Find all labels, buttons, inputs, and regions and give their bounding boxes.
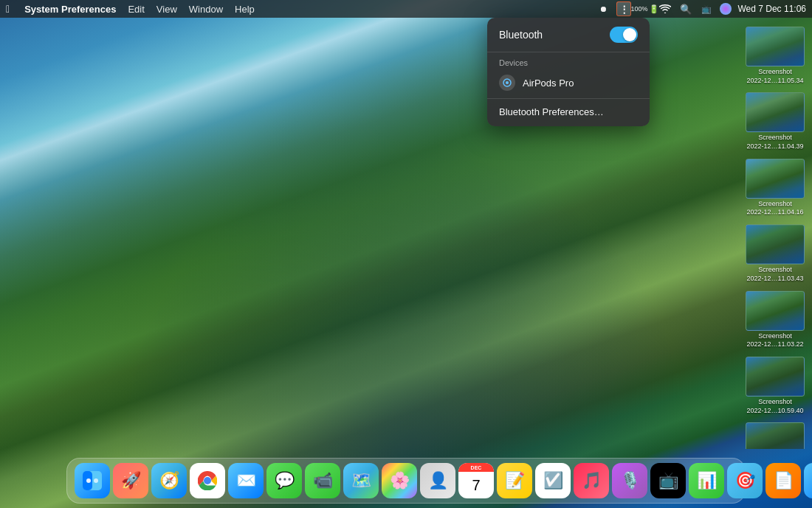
dock-app-music[interactable]: 🎵 (574, 463, 609, 498)
battery-icon[interactable]: 100% 🔋 (637, 1, 652, 16)
screenshot-thumb-2 (746, 159, 805, 199)
apple-menu[interactable]:  (6, 3, 10, 15)
screenshot-label-0: Screenshot2022-12…11.05.34 (746, 68, 803, 85)
bluetooth-header: Bluetooth (487, 27, 650, 49)
screenshot-thumb-5 (746, 357, 805, 397)
dock-app-reminders[interactable]: ☑️ (535, 463, 571, 498)
search-icon[interactable]: 🔍 (678, 1, 693, 16)
dock-app-photos[interactable]: 🌸 (382, 463, 417, 498)
screenshot-thumb-6 (746, 422, 805, 449)
screenshot-item-1[interactable]: Screenshot2022-12…11.04.39 (741, 89, 809, 154)
dock-app-notes[interactable]: 📝 (497, 463, 532, 498)
screenshot-thumb-0 (746, 27, 805, 66)
dock-app-facetime[interactable]: 📹 (305, 463, 340, 498)
menubar:  System Preferences Edit View Window He… (0, 0, 812, 18)
screenshot-label-5: Screenshot2022-12…10.59.40 (746, 398, 803, 415)
menubar-left:  System Preferences Edit View Window He… (6, 3, 596, 15)
menu-clock: Wed 7 Dec 11:06 (737, 4, 806, 14)
screenshot-label-4: Screenshot2022-12…11.03.22 (746, 332, 803, 349)
dock-app-appletv[interactable]: 📺 (650, 463, 686, 498)
dock-app-numbers[interactable]: 📊 (689, 463, 724, 498)
app-name[interactable]: System Preferences (24, 4, 116, 15)
svg-point-8 (204, 477, 211, 484)
bluetooth-toggle[interactable] (610, 27, 638, 43)
screenshot-thumb-3 (746, 224, 805, 264)
dock-app-podcasts[interactable]: 🎙️ (612, 463, 647, 498)
dock-app-maps[interactable]: 🗺️ (343, 463, 379, 498)
menu-window[interactable]: Window (189, 4, 223, 15)
menu-help[interactable]: Help (235, 4, 255, 15)
siri-icon[interactable] (720, 3, 732, 15)
screenshot-label-3: Screenshot2022-12…11.03.43 (746, 266, 803, 283)
dock-app-messages[interactable]: 💬 (266, 463, 302, 498)
bt-devices-label: Devices (487, 55, 650, 70)
dock: 🚀 🧭 ✉️ 💬 📹 (66, 458, 746, 504)
screenshot-item-6[interactable]: Screenshot2022-12…10.58.39 (741, 419, 809, 449)
bt-divider-1 (487, 52, 650, 52)
svg-point-6 (94, 478, 98, 483)
dock-app-contacts[interactable]: 👤 (420, 463, 455, 498)
dock-app-launchpad[interactable]: 🚀 (113, 463, 148, 498)
bt-device-airpods[interactable]: AirPods Pro (487, 70, 650, 95)
dock-app-pages[interactable]: 📄 (765, 463, 801, 498)
desktop-overlay (0, 18, 812, 508)
menubar-right: ⏺ ⋮ 100% 🔋 🔍 📺 (596, 1, 806, 16)
svg-point-5 (86, 478, 91, 483)
dock-app-appstore[interactable]: A (804, 463, 812, 498)
screenshot-thumb-1 (746, 92, 805, 132)
bluetooth-dropdown: Bluetooth Devices AirPods Pro Bluetooth … (487, 18, 650, 126)
screenshot-label-1: Screenshot2022-12…11.04.39 (746, 134, 803, 151)
screen-record-icon[interactable]: ⏺ (596, 1, 610, 16)
screenshot-thumb-4 (746, 291, 805, 331)
screenshot-item-5[interactable]: Screenshot2022-12…10.59.40 (741, 354, 809, 418)
bluetooth-icon[interactable]: ⋮ (616, 1, 631, 16)
screenshot-item-3[interactable]: Screenshot2022-12…11.03.43 (741, 222, 809, 286)
bt-preferences-link[interactable]: Bluetooth Preferences… (487, 102, 650, 122)
dock-app-safari[interactable]: 🧭 (151, 463, 187, 498)
dock-app-keynote[interactable]: 🎯 (727, 463, 763, 498)
screenshot-item-0[interactable]: Screenshot2022-12…11.05.34 (741, 24, 809, 88)
menu-edit[interactable]: Edit (128, 4, 144, 15)
menu-view[interactable]: View (156, 4, 177, 15)
airpods-icon (499, 75, 515, 91)
cast-icon[interactable]: 📺 (699, 1, 714, 16)
wifi-icon[interactable] (658, 1, 672, 16)
bt-divider-2 (487, 98, 650, 99)
svg-point-1 (506, 81, 509, 84)
dock-app-calendar[interactable]: DEC 7 (458, 463, 494, 498)
bluetooth-title: Bluetooth (499, 29, 543, 41)
airpods-name: AirPods Pro (523, 78, 574, 89)
dock-app-chrome[interactable] (190, 463, 225, 498)
screenshot-item-2[interactable]: Screenshot2022-12…11.04.16 (741, 156, 809, 220)
dock-app-mail[interactable]: ✉️ (228, 463, 264, 498)
screenshot-label-2: Screenshot2022-12…11.04.16 (746, 200, 803, 217)
sidebar-screenshots: Screenshot2022-12…11.05.34 Screenshot202… (738, 18, 812, 449)
desktop:  System Preferences Edit View Window He… (0, 0, 812, 508)
screenshot-item-4[interactable]: Screenshot2022-12…11.03.22 (741, 288, 809, 352)
dock-app-finder[interactable] (75, 463, 110, 498)
